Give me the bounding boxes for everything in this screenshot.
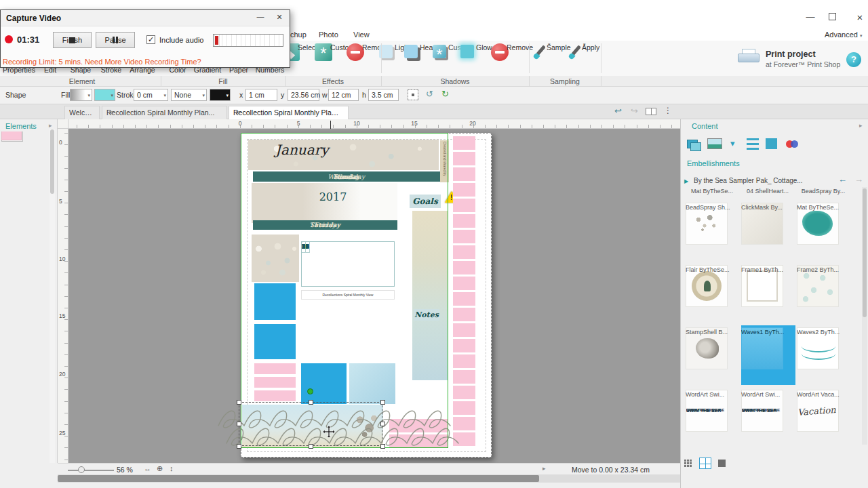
panel-expand-icon[interactable] [49, 122, 52, 129]
height-field[interactable]: 3.5 cm [368, 89, 399, 101]
book-icon[interactable] [646, 108, 656, 115]
rotate-cw-icon[interactable] [441, 89, 449, 99]
selection-handle[interactable] [237, 444, 241, 449]
pause-icon [113, 37, 118, 43]
content-dropdown-icon[interactable] [728, 138, 743, 150]
width-field[interactable]: 12 cm [328, 89, 359, 101]
selection-handle[interactable] [309, 400, 313, 405]
include-audio-label: Include audio [159, 36, 203, 44]
stroke-color-swatch[interactable] [210, 89, 231, 101]
menu-photo[interactable]: Photo [319, 30, 338, 39]
detail-view-icon[interactable] [718, 460, 726, 467]
pack-forward-icon[interactable] [854, 174, 863, 184]
rotate-ccw-icon[interactable] [426, 89, 433, 99]
ribbon-remove-button[interactable]: Remove [491, 42, 522, 75]
fill-color-swatch[interactable] [94, 89, 115, 101]
pack-expand-icon[interactable] [684, 178, 688, 184]
menu-advanced[interactable]: Advanced [825, 30, 862, 39]
embellishment-label-partial: Mat ByTheSe... [691, 188, 733, 195]
fill-type-swatch[interactable] [70, 89, 92, 101]
pack-back-icon[interactable] [838, 174, 847, 184]
include-audio-checkbox[interactable] [146, 35, 155, 44]
embellishment-item[interactable]: StampShell B... [686, 325, 740, 385]
fit-height-icon[interactable] [170, 464, 174, 472]
embellishment-item[interactable]: Frame1 ByTh... [741, 263, 795, 323]
grid-view-icon[interactable] [684, 460, 692, 468]
heavy-shadow-icon [404, 45, 418, 58]
tab-document-2[interactable]: Recollection Spiral Monthly Plan... [229, 106, 349, 119]
ribbon-apply-button[interactable]: Apply [566, 42, 597, 75]
rotation-handle[interactable] [307, 388, 313, 394]
finish-button[interactable]: Finish [53, 32, 92, 48]
selection-handle[interactable] [237, 422, 241, 426]
selection-handle[interactable] [237, 400, 241, 405]
ribbon-glow-button[interactable]: Glow [460, 42, 492, 75]
selection-handle[interactable] [380, 422, 385, 426]
more-options-icon[interactable] [664, 106, 672, 115]
window-close-icon[interactable] [853, 12, 867, 23]
content-colors-icon[interactable] [786, 138, 801, 150]
stroke-style-value: None [174, 91, 191, 99]
capture-dialog-titlebar[interactable]: Capture Video [1, 10, 290, 26]
embellishment-item[interactable]: Waves1 ByTh... [741, 325, 795, 385]
selection-handle[interactable] [380, 400, 385, 405]
selection-handle[interactable] [309, 444, 313, 449]
selection-handle[interactable] [380, 444, 385, 449]
window-maximize-icon[interactable] [829, 13, 836, 20]
embellishment-item[interactable]: LIVE IN THE SUNSHINESWIM THE SEADRINK TH… [686, 388, 740, 447]
stroke-width-dropdown[interactable]: 0 cm [134, 89, 168, 101]
embellishment-item[interactable]: Frame2 ByTh... [797, 263, 851, 323]
x-field[interactable]: 1 cm [245, 89, 277, 101]
elements-scrollbar-thumb[interactable] [50, 129, 54, 194]
stroke-style-dropdown[interactable]: None [171, 89, 207, 101]
thumbnail-view-icon[interactable] [699, 458, 711, 469]
embellishment-item[interactable]: ClickMask By... [741, 201, 795, 260]
capture-minimize-icon[interactable] [253, 12, 268, 20]
dither-fill-icon[interactable] [408, 89, 418, 100]
move-coordinates: Move to 0.00 x 23.34 cm [572, 466, 650, 474]
embellishment-item[interactable]: Waves2 ByTh... [797, 325, 851, 385]
embellishment-item[interactable]: LIVE IN THE SUNSHINESWIM THE SEADRINK TH… [741, 388, 795, 447]
ribbon-group-separator [529, 76, 530, 87]
menu-touchup-partial[interactable]: chup [290, 30, 307, 39]
horizontal-scrollbar-thumb[interactable] [58, 475, 539, 482]
warning-link[interactable]: Need More Video Recording Time? [85, 58, 201, 66]
ribbon-sample-button[interactable]: Sample [531, 42, 562, 75]
embellishment-item[interactable]: VacationWordArt Vaca... [797, 388, 851, 447]
ribbon-remove-button[interactable]: Remove [347, 42, 378, 75]
tab-document-1[interactable]: Recollection Spiral Monthly Plan... [102, 106, 227, 119]
help-button[interactable]: ? [846, 52, 861, 67]
selection-rectangle [239, 402, 382, 446]
zoom-slider-handle[interactable] [78, 466, 85, 473]
ruler-position-marker [330, 121, 331, 129]
pause-button[interactable]: Pause [96, 32, 135, 48]
embellishment-item[interactable]: Flair ByTheSe... [686, 263, 740, 323]
zoom-slider-track[interactable] [68, 470, 114, 471]
pack-name[interactable]: By the Sea Sampler Pak_ Cottage... [694, 177, 833, 184]
embellishment-item[interactable]: BeadSpray Sh... [686, 201, 740, 260]
content-photos-icon[interactable] [687, 138, 702, 150]
ribbon-custom-button[interactable]: Custom [433, 42, 464, 75]
fit-page-icon[interactable] [157, 464, 163, 473]
ribbon-heavy-button[interactable]: Heavy [404, 42, 435, 75]
application-window: chup Photo View Advanced SelectCustomRem… [0, 0, 868, 488]
content-paper-icon[interactable] [766, 138, 777, 149]
redo-icon[interactable] [631, 106, 638, 116]
ribbon-custom-button[interactable]: Custom [315, 42, 346, 75]
print-project-subtitle: at Forever™ Print Shop [766, 60, 840, 68]
y-field[interactable]: 23.56 cm [288, 89, 319, 101]
embellishment-item[interactable]: Mat ByTheSe... [797, 201, 851, 260]
content-scrollbar-thumb[interactable] [863, 188, 867, 317]
capture-dialog-title: Capture Video [6, 14, 61, 23]
panel-collapse-icon[interactable] [859, 122, 863, 129]
content-image-icon[interactable] [707, 138, 722, 149]
tab-welcome[interactable]: Welcome [64, 106, 100, 119]
revert-icon[interactable] [614, 106, 622, 116]
content-list-icon[interactable] [747, 138, 759, 150]
pink-side-column[interactable] [453, 136, 475, 446]
fit-width-icon[interactable] [144, 464, 151, 472]
menu-view[interactable]: View [353, 30, 370, 39]
fill-label: Fill [61, 91, 70, 99]
capture-close-icon[interactable] [272, 12, 287, 22]
window-minimize-icon[interactable] [804, 12, 817, 22]
